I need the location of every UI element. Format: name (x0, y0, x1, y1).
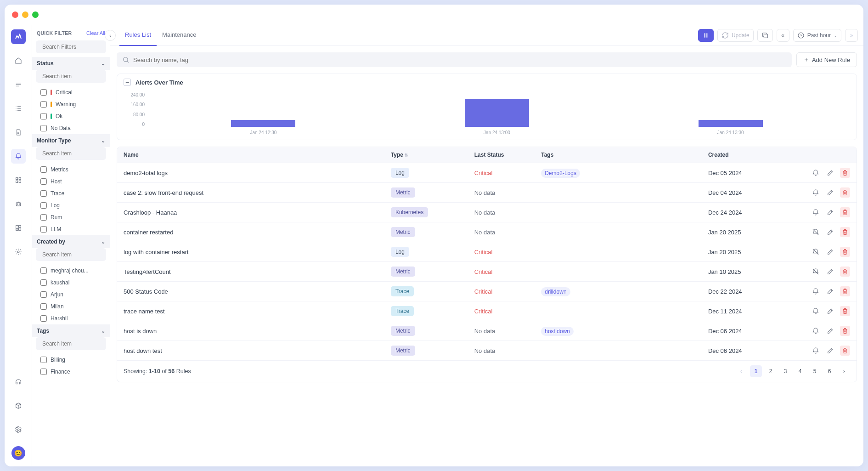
delete-icon[interactable] (840, 286, 850, 296)
filter-item[interactable]: Billing (32, 354, 110, 366)
filter-checkbox[interactable] (40, 178, 47, 185)
edit-icon[interactable] (825, 207, 835, 217)
bell-icon[interactable] (811, 346, 821, 356)
bell-icon[interactable] (811, 286, 821, 296)
bell-off-icon[interactable] (811, 267, 821, 277)
group-status[interactable]: Status⌄ (32, 57, 110, 70)
bell-off-icon[interactable] (811, 247, 821, 257)
page-5[interactable]: 5 (809, 365, 821, 377)
minimize-window-icon[interactable] (22, 11, 28, 18)
filter-item[interactable]: Milan (32, 301, 110, 312)
tag-link[interactable]: Demo2-Logs (541, 169, 580, 178)
filter-item[interactable]: meghraj chou... (32, 265, 110, 277)
filter-checkbox[interactable] (40, 267, 47, 274)
page-1[interactable]: 1 (750, 365, 762, 377)
filter-item[interactable]: Warning (32, 98, 110, 110)
filter-checkbox[interactable] (40, 291, 47, 298)
page-3[interactable]: 3 (779, 365, 791, 377)
filter-checkbox[interactable] (40, 279, 47, 286)
pause-button[interactable] (698, 29, 714, 42)
tab-rules-list[interactable]: Rules List (119, 25, 157, 46)
copy-button[interactable] (757, 29, 773, 42)
filter-item[interactable]: Harshil (32, 312, 110, 324)
filter-checkbox[interactable] (40, 315, 47, 322)
page-4[interactable]: 4 (794, 365, 806, 377)
table-row[interactable]: demo2-total logsLogCriticalDemo2-LogsDec… (117, 163, 857, 183)
edit-icon[interactable] (825, 168, 835, 178)
table-row[interactable]: host is downMetricNo datahost downDec 06… (117, 321, 857, 341)
update-button[interactable]: Update (717, 29, 754, 42)
filter-checkbox[interactable] (40, 303, 47, 310)
table-row[interactable]: trace name testTraceCriticalDec 11 2024 (117, 301, 857, 321)
col-created[interactable]: Created (708, 152, 792, 158)
page-prev[interactable]: ‹ (735, 365, 747, 377)
nav-box-icon[interactable] (11, 398, 26, 413)
group-created-by[interactable]: Created by⌄ (32, 235, 110, 248)
delete-icon[interactable] (840, 207, 850, 217)
forward-button[interactable]: » (845, 29, 858, 42)
delete-icon[interactable] (840, 247, 850, 257)
back-button[interactable]: « (777, 29, 789, 42)
filter-checkbox[interactable] (40, 214, 47, 221)
tags-search-input[interactable] (36, 337, 106, 350)
tag-link[interactable]: host down (541, 327, 574, 336)
delete-icon[interactable] (840, 168, 850, 178)
table-row[interactable]: host down testMetricNo dataDec 06 2024 (117, 341, 857, 361)
status-search-input[interactable] (36, 70, 106, 83)
filter-item[interactable]: Trace (32, 187, 110, 199)
nav-apps-icon[interactable] (11, 173, 26, 187)
delete-icon[interactable] (840, 346, 850, 356)
col-type[interactable]: Type ⇅ (391, 152, 474, 158)
filter-checkbox[interactable] (40, 202, 47, 209)
add-new-rule-button[interactable]: ＋Add New Rule (796, 52, 857, 67)
delete-icon[interactable] (840, 267, 850, 277)
collapse-sidebar-button[interactable]: ‹ (105, 30, 116, 41)
filter-checkbox[interactable] (40, 101, 47, 108)
filter-checkbox[interactable] (40, 226, 47, 233)
col-status[interactable]: Last Status (474, 152, 541, 158)
delete-icon[interactable] (840, 187, 850, 198)
close-window-icon[interactable] (12, 11, 18, 18)
filter-item[interactable]: Finance (32, 366, 110, 378)
filter-checkbox[interactable] (40, 125, 47, 131)
filter-item[interactable]: Critical (32, 86, 110, 98)
tag-link[interactable]: drilldown (541, 287, 570, 296)
filter-item[interactable]: kaushal (32, 277, 110, 289)
bell-icon[interactable] (811, 168, 821, 178)
maximize-window-icon[interactable] (32, 11, 39, 18)
delete-icon[interactable] (840, 306, 850, 316)
bell-icon[interactable] (811, 207, 821, 217)
search-rules-input[interactable] (117, 52, 792, 67)
bell-off-icon[interactable] (811, 227, 821, 237)
edit-icon[interactable] (825, 247, 835, 257)
group-monitor-type[interactable]: Monitor Type⌄ (32, 134, 110, 147)
nav-list-icon[interactable] (11, 101, 26, 116)
filter-item[interactable]: Host (32, 176, 110, 187)
page-next[interactable]: › (838, 365, 850, 377)
bell-icon[interactable] (811, 326, 821, 336)
nav-infra-icon[interactable] (11, 77, 26, 92)
filter-item[interactable]: LLM (32, 223, 110, 235)
filter-item[interactable]: Log (32, 199, 110, 211)
table-row[interactable]: case 2: slow front-end requestMetricNo d… (117, 183, 857, 203)
nav-settings-icon[interactable] (11, 244, 26, 259)
table-row[interactable]: 500 Status CodeTraceCriticaldrilldownDec… (117, 282, 857, 301)
filter-checkbox[interactable] (40, 166, 47, 173)
nav-dashboard-icon[interactable] (11, 221, 26, 235)
monitor-search-input[interactable] (36, 147, 106, 160)
col-name[interactable]: Name (124, 152, 391, 158)
filter-checkbox[interactable] (40, 113, 47, 119)
table-row[interactable]: container restartedMetricNo dataJan 20 2… (117, 222, 857, 242)
filter-checkbox[interactable] (40, 357, 47, 363)
delete-icon[interactable] (840, 326, 850, 336)
nav-bot-icon[interactable] (11, 197, 26, 211)
filter-checkbox[interactable] (40, 369, 47, 375)
time-range-button[interactable]: Past hour⌄ (793, 29, 841, 42)
nav-support-icon[interactable] (11, 375, 26, 389)
bell-icon[interactable] (811, 187, 821, 198)
page-2[interactable]: 2 (765, 365, 777, 377)
table-row[interactable]: TestingAlertCountMetricCriticalJan 10 20… (117, 262, 857, 282)
edit-icon[interactable] (825, 346, 835, 356)
edit-icon[interactable] (825, 187, 835, 198)
filter-item[interactable]: Rum (32, 211, 110, 223)
